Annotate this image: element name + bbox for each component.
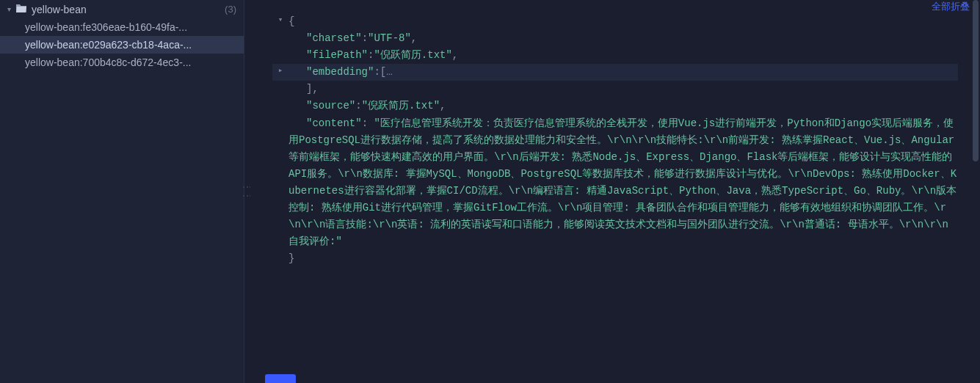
json-line-embedding[interactable]: ▸ "embedding": [ … — [272, 64, 958, 81]
json-value: "UTF-8" — [368, 30, 411, 47]
tree-item[interactable]: yellow-bean:fe306eae-b160-49fa-... — [0, 18, 244, 36]
folder-open-icon — [15, 3, 27, 15]
tree-item[interactable]: yellow-bean:700b4c8c-d672-4ec3-... — [0, 54, 244, 71]
vertical-scrollbar[interactable] — [973, 0, 979, 161]
horizontal-scrollbar[interactable] — [250, 361, 971, 367]
sidebar: ▾ yellow-bean (3) yellow-bean:fe306eae-b… — [0, 0, 244, 383]
json-key: "source" — [306, 98, 355, 114]
bracket-open: [ — [380, 64, 386, 81]
tree-root-name: yellow-bean — [32, 4, 220, 15]
chevron-down-icon: ▾ — [7, 5, 11, 13]
json-key: "charset" — [306, 30, 362, 47]
action-button[interactable] — [265, 374, 296, 383]
json-key: "filePath" — [306, 47, 368, 64]
json-line-close: } — [272, 250, 958, 267]
json-line-embedding-close: ], — [272, 81, 958, 98]
json-value: "倪跃简历.txt" — [374, 47, 451, 64]
json-line-charset: "charset": "UTF-8", — [272, 30, 958, 47]
json-key: "content" — [306, 117, 362, 129]
brace-close: } — [288, 250, 294, 267]
json-value-content: "医疗信息管理系统开发：负责医疗信息管理系统的全栈开发，使用Vue.js进行前端… — [288, 117, 957, 248]
expand-toggle[interactable]: ▸ — [272, 64, 288, 77]
tree-root-count: (3) — [225, 4, 236, 15]
collapse-toggle[interactable]: ▾ — [272, 13, 288, 26]
ellipsis-icon: … — [386, 64, 393, 81]
resize-handle[interactable]: ⋮⋮ — [244, 0, 250, 383]
json-value: "倪跃简历.txt" — [362, 98, 440, 114]
brace-open: { — [288, 13, 294, 30]
main-panel: 全部折叠 ▾ { "charset": "UTF-8", "filePath":… — [250, 0, 980, 383]
json-line-source: "source": "倪跃简历.txt", — [272, 98, 958, 114]
json-key: "embedding" — [306, 64, 374, 81]
json-line-open: ▾ { — [272, 13, 958, 30]
json-viewer: ▾ { "charset": "UTF-8", "filePath": "倪跃简… — [250, 6, 980, 274]
json-line-content: "content": "医疗信息管理系统开发：负责医疗信息管理系统的全栈开发，使… — [272, 115, 958, 251]
tree-root[interactable]: ▾ yellow-bean (3) — [0, 0, 244, 18]
json-line-filepath: "filePath": "倪跃简历.txt", — [272, 47, 958, 64]
collapse-all-link[interactable]: 全部折叠 — [932, 0, 970, 13]
bracket-close: ], — [306, 81, 319, 98]
tree-item[interactable]: yellow-bean:e029a623-cb18-4aca-... — [0, 36, 244, 54]
